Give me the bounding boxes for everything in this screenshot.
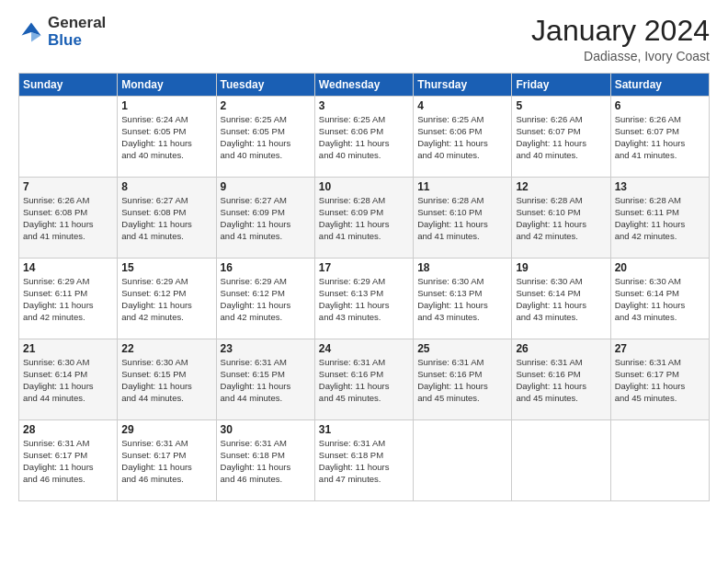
page: General Blue January 2024 Dadiasse, Ivor…: [0, 0, 728, 563]
day-number: 30: [221, 423, 311, 436]
day-info: Sunrise: 6:31 AM Sunset: 6:18 PM Dayligh…: [319, 438, 409, 485]
calendar-cell: 8Sunrise: 6:27 AM Sunset: 6:08 PM Daylig…: [118, 178, 216, 259]
calendar-day-header: Tuesday: [216, 74, 314, 97]
calendar-cell: [414, 420, 512, 501]
day-info: Sunrise: 6:30 AM Sunset: 6:14 PM Dayligh…: [615, 276, 705, 323]
calendar-week-row: 7Sunrise: 6:26 AM Sunset: 6:08 PM Daylig…: [19, 178, 710, 259]
calendar-cell: 6Sunrise: 6:26 AM Sunset: 6:07 PM Daylig…: [610, 97, 709, 178]
calendar-cell: [19, 97, 118, 178]
day-number: 9: [221, 180, 311, 193]
day-info: Sunrise: 6:26 AM Sunset: 6:08 PM Dayligh…: [23, 195, 113, 242]
calendar-day-header: Thursday: [414, 74, 512, 97]
calendar-cell: 2Sunrise: 6:25 AM Sunset: 6:05 PM Daylig…: [216, 97, 314, 178]
calendar-cell: [610, 420, 709, 501]
logo-blue: Blue: [48, 32, 106, 50]
day-info: Sunrise: 6:24 AM Sunset: 6:05 PM Dayligh…: [121, 114, 211, 161]
calendar-day-header: Monday: [118, 74, 216, 97]
day-number: 26: [516, 342, 606, 355]
day-number: 23: [221, 342, 311, 355]
day-info: Sunrise: 6:25 AM Sunset: 6:06 PM Dayligh…: [319, 114, 409, 161]
calendar-day-header: Saturday: [610, 74, 709, 97]
calendar-cell: 3Sunrise: 6:25 AM Sunset: 6:06 PM Daylig…: [314, 97, 413, 178]
logo: General Blue: [18, 15, 106, 49]
day-info: Sunrise: 6:30 AM Sunset: 6:14 PM Dayligh…: [23, 357, 113, 404]
calendar-cell: 29Sunrise: 6:31 AM Sunset: 6:17 PM Dayli…: [118, 420, 216, 501]
location: Dadiasse, Ivory Coast: [531, 49, 710, 63]
calendar-cell: 7Sunrise: 6:26 AM Sunset: 6:08 PM Daylig…: [19, 178, 118, 259]
calendar-cell: 27Sunrise: 6:31 AM Sunset: 6:17 PM Dayli…: [610, 339, 709, 420]
day-number: 12: [516, 180, 606, 193]
calendar-cell: 18Sunrise: 6:30 AM Sunset: 6:13 PM Dayli…: [414, 259, 512, 339]
calendar-cell: 22Sunrise: 6:30 AM Sunset: 6:15 PM Dayli…: [118, 339, 216, 420]
header: General Blue January 2024 Dadiasse, Ivor…: [18, 15, 710, 63]
calendar-day-header: Friday: [512, 74, 610, 97]
calendar-week-row: 1Sunrise: 6:24 AM Sunset: 6:05 PM Daylig…: [19, 97, 710, 178]
calendar-cell: 21Sunrise: 6:30 AM Sunset: 6:14 PM Dayli…: [19, 339, 118, 420]
calendar-cell: 12Sunrise: 6:28 AM Sunset: 6:10 PM Dayli…: [512, 178, 610, 259]
day-number: 15: [121, 261, 211, 274]
day-number: 21: [23, 342, 113, 355]
day-number: 8: [121, 180, 211, 193]
day-number: 3: [319, 99, 409, 112]
calendar-cell: 11Sunrise: 6:28 AM Sunset: 6:10 PM Dayli…: [414, 178, 512, 259]
day-info: Sunrise: 6:26 AM Sunset: 6:07 PM Dayligh…: [615, 114, 705, 161]
day-number: 24: [319, 342, 409, 355]
day-number: 6: [615, 99, 705, 112]
calendar-week-row: 21Sunrise: 6:30 AM Sunset: 6:14 PM Dayli…: [19, 339, 710, 420]
day-info: Sunrise: 6:27 AM Sunset: 6:09 PM Dayligh…: [221, 195, 311, 242]
day-info: Sunrise: 6:28 AM Sunset: 6:09 PM Dayligh…: [319, 195, 409, 242]
day-number: 27: [615, 342, 705, 355]
calendar-cell: 4Sunrise: 6:25 AM Sunset: 6:06 PM Daylig…: [414, 97, 512, 178]
day-number: 20: [615, 261, 705, 274]
calendar-cell: 24Sunrise: 6:31 AM Sunset: 6:16 PM Dayli…: [314, 339, 413, 420]
day-number: 28: [23, 423, 113, 436]
calendar-cell: 13Sunrise: 6:28 AM Sunset: 6:11 PM Dayli…: [610, 178, 709, 259]
calendar-cell: 14Sunrise: 6:29 AM Sunset: 6:11 PM Dayli…: [19, 259, 118, 339]
calendar-cell: 23Sunrise: 6:31 AM Sunset: 6:15 PM Dayli…: [216, 339, 314, 420]
title-block: January 2024 Dadiasse, Ivory Coast: [531, 15, 710, 63]
day-number: 18: [417, 261, 507, 274]
day-info: Sunrise: 6:29 AM Sunset: 6:12 PM Dayligh…: [121, 276, 211, 323]
day-info: Sunrise: 6:30 AM Sunset: 6:15 PM Dayligh…: [121, 357, 211, 404]
logo-general: General: [48, 15, 106, 32]
day-number: 11: [417, 180, 507, 193]
calendar-cell: 10Sunrise: 6:28 AM Sunset: 6:09 PM Dayli…: [314, 178, 413, 259]
day-info: Sunrise: 6:28 AM Sunset: 6:10 PM Dayligh…: [417, 195, 507, 242]
day-info: Sunrise: 6:29 AM Sunset: 6:11 PM Dayligh…: [23, 276, 113, 323]
day-number: 13: [615, 180, 705, 193]
day-info: Sunrise: 6:26 AM Sunset: 6:07 PM Dayligh…: [516, 114, 606, 161]
day-number: 31: [319, 423, 409, 436]
calendar-week-row: 28Sunrise: 6:31 AM Sunset: 6:17 PM Dayli…: [19, 420, 710, 501]
day-info: Sunrise: 6:25 AM Sunset: 6:05 PM Dayligh…: [221, 114, 311, 161]
day-info: Sunrise: 6:31 AM Sunset: 6:16 PM Dayligh…: [516, 357, 606, 404]
calendar-cell: 1Sunrise: 6:24 AM Sunset: 6:05 PM Daylig…: [118, 97, 216, 178]
day-number: 22: [121, 342, 211, 355]
day-info: Sunrise: 6:30 AM Sunset: 6:13 PM Dayligh…: [417, 276, 507, 323]
logo-icon: [18, 19, 44, 45]
day-number: 14: [23, 261, 113, 274]
day-info: Sunrise: 6:31 AM Sunset: 6:17 PM Dayligh…: [121, 438, 211, 485]
day-info: Sunrise: 6:27 AM Sunset: 6:08 PM Dayligh…: [121, 195, 211, 242]
day-info: Sunrise: 6:31 AM Sunset: 6:15 PM Dayligh…: [221, 357, 311, 404]
calendar-cell: 20Sunrise: 6:30 AM Sunset: 6:14 PM Dayli…: [610, 259, 709, 339]
day-info: Sunrise: 6:29 AM Sunset: 6:12 PM Dayligh…: [221, 276, 311, 323]
day-info: Sunrise: 6:31 AM Sunset: 6:18 PM Dayligh…: [221, 438, 311, 485]
calendar-cell: 17Sunrise: 6:29 AM Sunset: 6:13 PM Dayli…: [314, 259, 413, 339]
day-info: Sunrise: 6:30 AM Sunset: 6:14 PM Dayligh…: [516, 276, 606, 323]
calendar-day-header: Sunday: [19, 74, 118, 97]
day-number: 2: [221, 99, 311, 112]
day-number: 19: [516, 261, 606, 274]
calendar-week-row: 14Sunrise: 6:29 AM Sunset: 6:11 PM Dayli…: [19, 259, 710, 339]
day-number: 25: [417, 342, 507, 355]
day-info: Sunrise: 6:31 AM Sunset: 6:17 PM Dayligh…: [23, 438, 113, 485]
month-title: January 2024: [531, 15, 710, 47]
day-number: 7: [23, 180, 113, 193]
calendar-cell: 31Sunrise: 6:31 AM Sunset: 6:18 PM Dayli…: [314, 420, 413, 501]
day-info: Sunrise: 6:31 AM Sunset: 6:16 PM Dayligh…: [319, 357, 409, 404]
calendar-cell: 28Sunrise: 6:31 AM Sunset: 6:17 PM Dayli…: [19, 420, 118, 501]
calendar-cell: 16Sunrise: 6:29 AM Sunset: 6:12 PM Dayli…: [216, 259, 314, 339]
day-number: 29: [121, 423, 211, 436]
calendar-cell: 26Sunrise: 6:31 AM Sunset: 6:16 PM Dayli…: [512, 339, 610, 420]
day-info: Sunrise: 6:31 AM Sunset: 6:17 PM Dayligh…: [615, 357, 705, 404]
calendar-cell: 25Sunrise: 6:31 AM Sunset: 6:16 PM Dayli…: [414, 339, 512, 420]
